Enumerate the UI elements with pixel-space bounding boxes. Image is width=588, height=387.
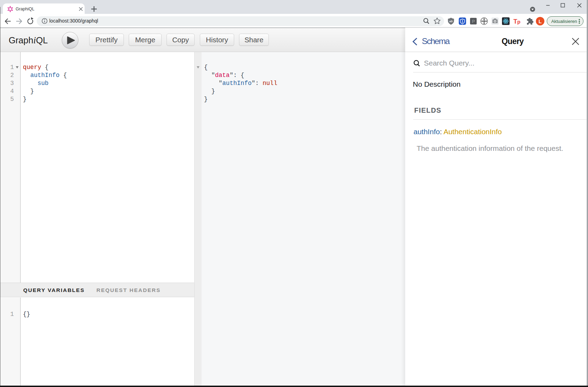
svg-text:P: P xyxy=(472,19,475,24)
svg-text:uD: uD xyxy=(449,20,453,23)
svg-text:T: T xyxy=(513,18,517,25)
svg-text:p: p xyxy=(517,19,520,25)
svg-text:L: L xyxy=(539,19,542,24)
